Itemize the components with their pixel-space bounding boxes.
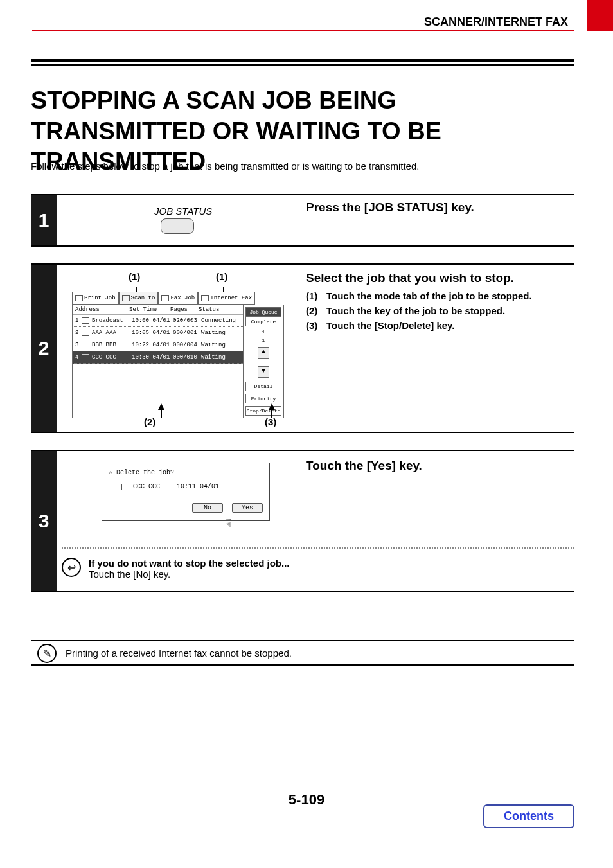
contents-button[interactable]: Contents <box>483 804 574 828</box>
count-1: 1 <box>245 329 281 335</box>
fax-icon <box>161 295 169 301</box>
mail-icon <box>121 484 129 490</box>
footnote-text: Printing of a received Internet fax cann… <box>66 648 574 659</box>
note-icon: ✎ <box>37 644 57 663</box>
tab-print-job[interactable]: Print Job <box>72 292 119 305</box>
step1-instruction: Press the [JOB STATUS] key. <box>306 200 574 215</box>
job-queue-button[interactable]: Job Queue <box>245 307 281 317</box>
complete-button[interactable]: Complete <box>245 317 281 326</box>
callout-1b: (1) <box>216 271 227 282</box>
title-rule-top <box>31 59 574 62</box>
job-status-label: JOB STATUS <box>154 206 212 217</box>
step1-bottom-rule <box>31 245 574 247</box>
tab-fax-job[interactable]: Fax Job <box>158 292 198 305</box>
return-icon: ↩ <box>62 558 81 577</box>
intro-text: Follow the steps below to stop a job tha… <box>31 161 574 172</box>
step-number-1: 1 <box>31 195 57 245</box>
step1-top-rule <box>31 194 574 195</box>
step2-top-rule <box>31 263 574 265</box>
callout-2-arrow <box>158 403 164 410</box>
stop-delete-button[interactable]: Stop/Delete <box>245 406 281 416</box>
header-accent <box>587 0 613 31</box>
step3-top-rule <box>31 450 574 451</box>
callout-1a: (1) <box>129 271 140 282</box>
scan-icon <box>122 295 130 301</box>
callout-3: (3) <box>265 416 276 427</box>
footnote-top-rule <box>31 640 574 641</box>
touch-cursor-icon: ☟ <box>225 517 232 531</box>
delete-dialog: ⚠Delete the job? CCC CCC 10:11 04/01 No … <box>102 463 270 521</box>
mail-icon <box>82 342 89 348</box>
callout-3-arrow <box>269 403 275 410</box>
job-status-screen: Print Job Scan to Fax Job Internet Fax A… <box>72 292 284 418</box>
job-row[interactable]: 2 AAA AAA 10:05 04/01 000/001 Waiting <box>73 327 243 339</box>
title-rule-bottom <box>31 64 574 66</box>
scroll-down-button[interactable]: ▼ <box>258 366 269 378</box>
step2-bottom-rule <box>31 432 574 433</box>
dialog-question: Delete the job? <box>116 469 174 476</box>
inet-fax-icon <box>201 295 209 301</box>
section-header: SCANNER/INTERNET FAX <box>424 15 568 29</box>
no-button[interactable]: No <box>192 503 223 513</box>
step2-sub-1: (1)Touch the mode tab of the job to be s… <box>306 290 574 301</box>
job-row[interactable]: 3 BBB BBB 10:22 04/01 000/004 Waiting <box>73 339 243 351</box>
header-rule <box>32 30 574 31</box>
step2-sub-2: (2)Touch the key of the job to be stoppe… <box>306 305 574 316</box>
list-header: Address Set Time Pages Status <box>73 305 243 315</box>
step3-bottom-rule <box>31 591 574 592</box>
step2-sub-3: (3)Touch the [Stop/Delete] key. <box>306 320 574 331</box>
count-2: 1 <box>245 337 281 343</box>
scroll-up-button[interactable]: ▲ <box>258 347 269 359</box>
job-status-key <box>161 218 194 234</box>
step3-divider <box>62 547 574 549</box>
dialog-job-time: 10:11 04/01 <box>177 483 219 490</box>
mail-icon <box>82 330 89 336</box>
detail-button[interactable]: Detail <box>245 382 281 391</box>
printer-icon <box>75 295 83 301</box>
step-number-3: 3 <box>31 451 57 591</box>
broadcast-icon <box>82 317 89 324</box>
step3-note: If you do not want to stop the selected … <box>89 558 290 580</box>
step3-instruction: Touch the [Yes] key. <box>306 459 574 473</box>
tab-scan-to[interactable]: Scan to <box>119 292 159 305</box>
job-row-selected[interactable]: 4 CCC CCC 10:30 04/01 000/010 Waiting <box>73 351 243 364</box>
priority-button[interactable]: Priority <box>245 394 281 403</box>
tab-internet-fax[interactable]: Internet Fax <box>198 292 255 305</box>
job-row[interactable]: 1 Broadcast 10:00 04/01 020/003 Connecti… <box>73 315 243 327</box>
dialog-job-name: CCC CCC <box>133 483 160 490</box>
yes-button[interactable]: Yes <box>232 503 263 513</box>
step-number-2: 2 <box>31 265 57 432</box>
footnote-bottom-rule <box>31 664 574 666</box>
callout-2: (2) <box>144 416 155 427</box>
warning-icon: ⚠ <box>109 468 112 476</box>
mail-icon <box>82 354 89 360</box>
step2-instruction: Select the job that you wish to stop. <box>306 271 574 285</box>
